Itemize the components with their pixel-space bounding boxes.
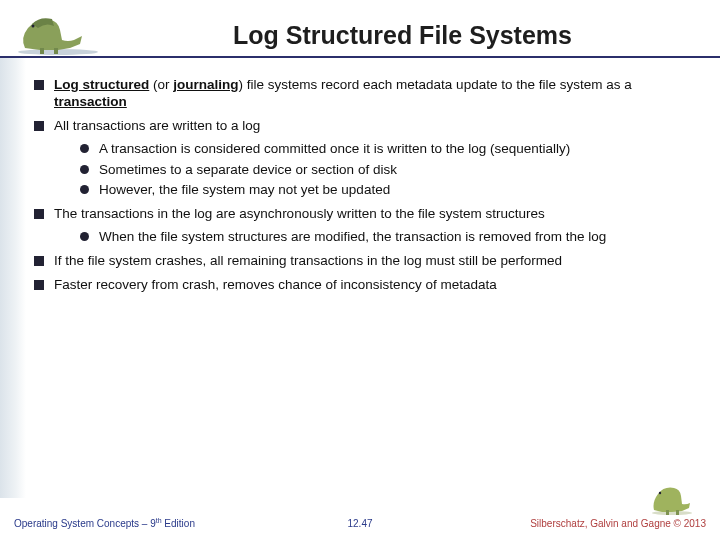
- term-journaling: journaling: [173, 77, 238, 92]
- bullet-text: The transactions in the log are asynchro…: [54, 206, 545, 223]
- bullet-level2: However, the file system may not yet be …: [80, 182, 702, 199]
- svg-rect-2: [40, 48, 44, 54]
- bullet-level2: Sometimes to a separate device or sectio…: [80, 162, 702, 179]
- bullet-text: However, the file system may not yet be …: [99, 182, 390, 199]
- bullet-level1: All transactions are written to a log: [34, 118, 702, 135]
- bullet-level2: When the file system structures are modi…: [80, 229, 702, 246]
- bullet-text: When the file system structures are modi…: [99, 229, 606, 246]
- circle-bullet-icon: [80, 185, 89, 194]
- bullet-text: Log structured (or journaling) file syst…: [54, 77, 702, 111]
- slide-footer: Operating System Concepts – 9th Edition …: [0, 506, 720, 540]
- square-bullet-icon: [34, 209, 44, 219]
- svg-rect-3: [54, 48, 58, 54]
- bullet-text: All transactions are written to a log: [54, 118, 260, 135]
- square-bullet-icon: [34, 256, 44, 266]
- bullet-level1: Log structured (or journaling) file syst…: [34, 77, 702, 111]
- bullet-text: Sometimes to a separate device or sectio…: [99, 162, 397, 179]
- footer-copyright: Silberschatz, Galvin and Gagne © 2013: [410, 518, 706, 529]
- circle-bullet-icon: [80, 232, 89, 241]
- svg-point-1: [32, 25, 35, 28]
- bullet-text: A transaction is considered committed on…: [99, 141, 570, 158]
- circle-bullet-icon: [80, 165, 89, 174]
- term-transaction: transaction: [54, 94, 127, 109]
- footer-page-number: 12.47: [310, 518, 410, 529]
- square-bullet-icon: [34, 121, 44, 131]
- bullet-text: If the file system crashes, all remainin…: [54, 253, 562, 270]
- slide-header: Log Structured File Systems: [0, 0, 720, 58]
- slide-title: Log Structured File Systems: [105, 21, 700, 56]
- square-bullet-icon: [34, 280, 44, 290]
- bullet-level1: If the file system crashes, all remainin…: [34, 253, 702, 270]
- slide-body: Log structured (or journaling) file syst…: [30, 70, 702, 300]
- term-log-structured: Log structured: [54, 77, 149, 92]
- left-gradient-sidebar: [0, 58, 26, 498]
- bullet-level2: A transaction is considered committed on…: [80, 141, 702, 158]
- bullet-level1: The transactions in the log are asynchro…: [34, 206, 702, 223]
- square-bullet-icon: [34, 80, 44, 90]
- dinosaur-logo: [10, 10, 105, 56]
- circle-bullet-icon: [80, 144, 89, 153]
- svg-point-5: [659, 492, 661, 494]
- footer-left: Operating System Concepts – 9th Edition: [14, 517, 310, 529]
- bullet-level1: Faster recovery from crash, removes chan…: [34, 277, 702, 294]
- bullet-text: Faster recovery from crash, removes chan…: [54, 277, 497, 294]
